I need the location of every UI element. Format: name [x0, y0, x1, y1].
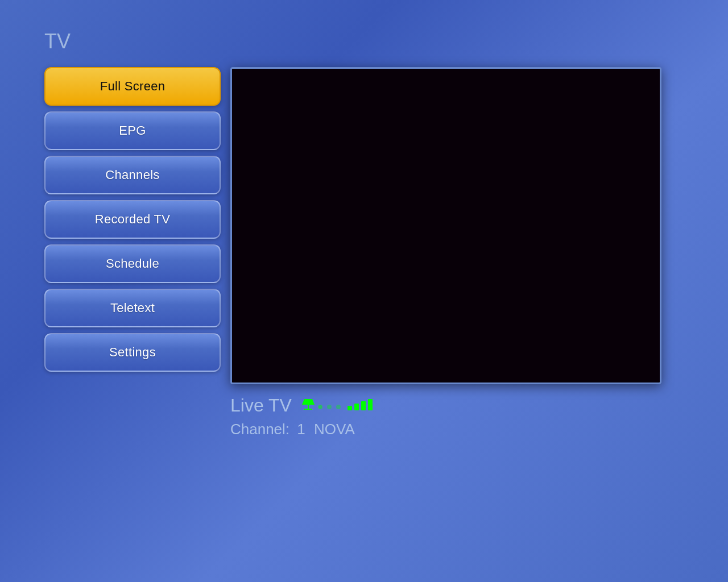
svg-rect-1 [308, 405, 309, 409]
signal-indicator [300, 396, 374, 416]
menu-item-full-screen[interactable]: Full Screen [44, 67, 221, 106]
channel-label: Channel: [230, 421, 289, 438]
svg-rect-8 [354, 404, 359, 410]
svg-point-3 [318, 405, 322, 409]
menu-item-epg[interactable]: EPG [44, 111, 221, 150]
svg-point-5 [327, 405, 332, 409]
live-tv-row: Live TV [230, 395, 374, 416]
page-title: TV [44, 30, 71, 53]
sidebar: Full Screen EPG Channels Recorded TV Sch… [44, 67, 221, 372]
svg-marker-0 [302, 399, 315, 405]
svg-rect-9 [361, 401, 366, 410]
menu-item-channels[interactable]: Channels [44, 156, 221, 194]
tv-preview [230, 67, 661, 384]
svg-point-6 [336, 405, 341, 409]
menu-item-settings[interactable]: Settings [44, 333, 221, 372]
menu-item-recorded-tv[interactable]: Recorded TV [44, 200, 221, 239]
channel-name: NOVA [314, 421, 355, 438]
menu-item-schedule[interactable]: Schedule [44, 244, 221, 283]
menu-item-teletext[interactable]: Teletext [44, 289, 221, 327]
tv-info: Live TV Channel: 1 NOVA [230, 395, 374, 438]
svg-rect-7 [348, 406, 352, 410]
live-tv-label: Live TV [230, 395, 292, 416]
channel-info: Channel: 1 NOVA [230, 421, 374, 438]
svg-rect-10 [368, 399, 373, 410]
channel-number: 1 [297, 421, 305, 438]
